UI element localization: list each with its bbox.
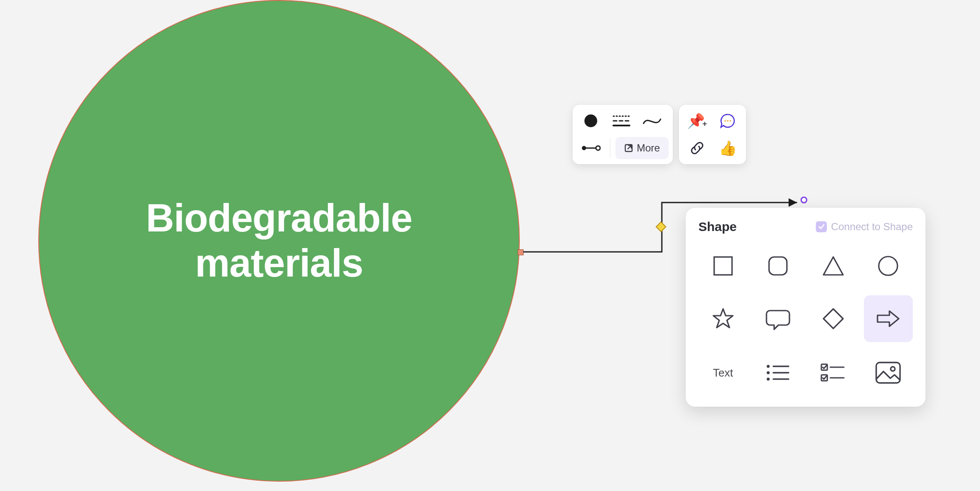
svg-point-0 [584,114,597,127]
border-style-button[interactable] [607,109,635,133]
svg-point-4 [582,146,586,150]
more-button[interactable]: More [615,137,669,159]
text-option-label: Text [713,366,733,380]
shape-option-text[interactable]: Text [698,351,748,394]
link-button[interactable] [683,136,711,160]
node-connection-port[interactable] [518,249,524,255]
shape-option-speech-bubble[interactable] [754,295,803,342]
pin-button[interactable]: 📌 + [683,109,711,133]
shape-option-star[interactable] [698,295,748,342]
shape-option-checklist[interactable] [809,351,858,394]
link-icon [689,140,705,156]
shape-option-bulleted-list[interactable] [754,351,803,394]
connect-to-shape-label: Connect to Shape [831,221,913,233]
floating-toolbar: More 📌 + 👍 [573,105,746,164]
external-link-icon [624,143,633,153]
svg-point-9 [727,120,729,122]
svg-point-13 [879,257,897,275]
checkbox-icon [816,221,827,232]
connector-midpoint-handle[interactable] [655,221,666,232]
thumbs-up-icon: 👍 [719,140,737,157]
svg-rect-12 [769,257,787,275]
svg-rect-11 [714,257,732,275]
line-curve-button[interactable] [638,109,666,133]
connector-tool-button[interactable] [577,136,605,160]
thumbs-up-button[interactable]: 👍 [714,136,742,160]
shape-panel-bottom-row: Text [698,351,913,394]
svg-point-14 [767,365,770,368]
toolbar-divider [610,139,610,157]
shape-option-triangle[interactable] [809,243,858,289]
svg-point-16 [767,371,770,374]
style-panel: More [573,105,673,164]
shape-option-rounded-square[interactable] [754,243,803,289]
svg-rect-24 [876,363,900,383]
fill-color-button[interactable] [577,109,605,133]
shape-picker-panel: Shape Connect to Shape [686,208,926,407]
shape-panel-title: Shape [698,220,737,234]
svg-point-8 [724,120,726,122]
shape-option-image[interactable] [864,351,913,394]
plus-icon: + [702,120,707,128]
shape-option-diamond[interactable] [809,295,858,342]
node-label: Biodegradablematerials [146,196,412,286]
comment-icon [720,113,736,129]
svg-point-6 [596,146,600,150]
shape-option-square[interactable] [698,243,748,289]
actions-panel: 📌 + 👍 [679,105,746,164]
svg-point-18 [767,378,770,381]
shape-option-arrow-right[interactable] [864,295,913,342]
more-label: More [637,142,660,154]
comment-button[interactable] [714,109,742,133]
svg-point-10 [729,120,731,122]
shape-option-circle[interactable] [864,243,913,289]
shape-grid [698,243,913,342]
connect-to-shape-toggle[interactable]: Connect to Shape [816,221,913,233]
svg-point-25 [891,367,895,371]
canvas-node-circle[interactable]: Biodegradablematerials [38,0,520,482]
connector-endpoint-handle[interactable] [801,197,807,203]
